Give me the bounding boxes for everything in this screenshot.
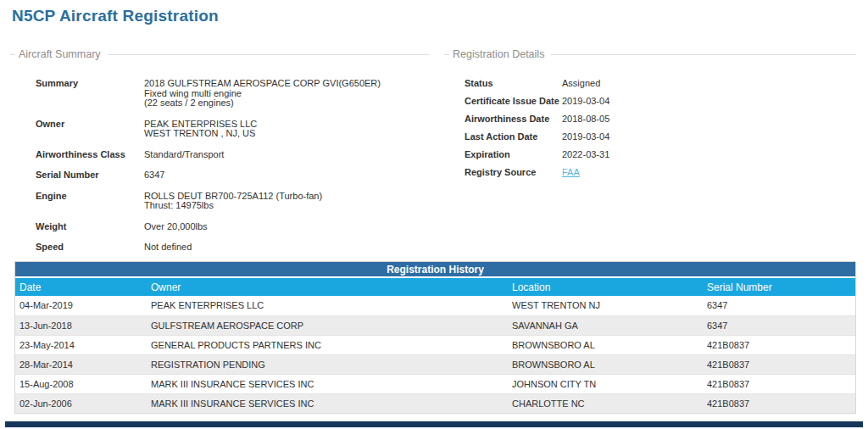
table-cell: REGISTRATION PENDING bbox=[147, 354, 508, 374]
field-value: PEAK ENTERPRISES LLCWEST TRENTON , NJ, U… bbox=[144, 120, 257, 139]
table-cell: 02-Jun-2006 bbox=[15, 393, 147, 413]
field-value: Standard/Transport bbox=[144, 150, 224, 160]
aircraft-summary-legend-row: Aircraft Summary bbox=[10, 48, 429, 60]
summary-field-row: Serial Number6347 bbox=[36, 170, 429, 181]
footer-bar bbox=[5, 421, 863, 427]
field-label: Engine bbox=[36, 192, 144, 211]
table-cell: 6347 bbox=[703, 296, 855, 315]
field-label: Summary bbox=[36, 79, 144, 109]
table-header-row: Date Owner Location Serial Number bbox=[15, 278, 855, 296]
table-cell: SAVANNAH GA bbox=[508, 315, 703, 335]
field-label: Serial Number bbox=[36, 170, 144, 181]
table-cell: GULFSTREAM AEROSPACE CORP bbox=[147, 315, 508, 335]
registration-details-section: Registration Details StatusAssignedCerti… bbox=[444, 48, 856, 284]
field-label: Airworthiness Date bbox=[465, 114, 562, 125]
table-cell: 421B0837 bbox=[703, 335, 855, 354]
field-value: 2018-08-05 bbox=[562, 114, 609, 125]
summary-field-row: EngineROLLS DEUT BR700-725A112 (Turbo-fa… bbox=[36, 192, 429, 211]
field-value: Not defined bbox=[144, 242, 192, 253]
detail-panels: Aircraft Summary Summary2018 GULFSTREAM … bbox=[10, 48, 856, 284]
column-header-owner: Owner bbox=[147, 278, 508, 296]
field-label: Speed bbox=[36, 242, 144, 253]
field-value: 2022-03-31 bbox=[562, 150, 609, 160]
table-cell: 421B0837 bbox=[703, 374, 855, 393]
field-value: Over 20,000lbs bbox=[144, 222, 208, 232]
field-value-line: (22 seats / 2 engines) bbox=[144, 98, 381, 109]
column-header-serial-number: Serial Number bbox=[703, 278, 855, 296]
table-cell: 421B0837 bbox=[703, 354, 855, 374]
field-value-line: 2018 GULFSTREAM AEROSPACE CORP GVI(G650E… bbox=[144, 79, 381, 89]
details-field-row: StatusAssigned bbox=[465, 79, 856, 89]
table-row: 23-May-2014GENERAL PRODUCTS PARTNERS INC… bbox=[15, 335, 855, 354]
table-row: 04-Mar-2019PEAK ENTERPRISES LLCWEST TREN… bbox=[15, 296, 855, 315]
registration-history-table: Registration History Date Owner Location… bbox=[14, 261, 856, 414]
field-label: Registry Source bbox=[465, 168, 562, 178]
page-title: N5CP Aircraft Registration bbox=[12, 7, 219, 25]
details-field-row: Expiration2022-03-31 bbox=[465, 150, 856, 160]
aircraft-summary-legend: Aircraft Summary bbox=[17, 48, 108, 60]
field-value-line: 6347 bbox=[144, 170, 164, 181]
field-value-line: Thrust: 14975lbs bbox=[144, 201, 322, 211]
legend-divider-line bbox=[551, 54, 856, 55]
registration-details-legend: Registration Details bbox=[451, 48, 551, 60]
field-value: Assigned bbox=[562, 79, 600, 89]
history-table: Date Owner Location Serial Number 04-Mar… bbox=[15, 278, 855, 413]
table-cell: CHARLOTTE NC bbox=[508, 393, 703, 413]
field-value-line: WEST TRENTON , NJ, US bbox=[144, 129, 257, 139]
legend-divider-line bbox=[108, 54, 429, 55]
table-cell: 15-Aug-2008 bbox=[15, 374, 147, 393]
field-value-line: Not defined bbox=[144, 242, 192, 253]
table-cell: BROWNSBORO AL bbox=[508, 354, 703, 374]
summary-field-row: Airworthiness ClassStandard/Transport bbox=[36, 150, 429, 160]
table-cell: GENERAL PRODUCTS PARTNERS INC bbox=[147, 335, 508, 354]
field-label: Last Action Date bbox=[465, 132, 562, 142]
details-field-row: Certificate Issue Date2019-03-04 bbox=[465, 97, 856, 107]
table-cell: MARK III INSURANCE SERVICES INC bbox=[147, 393, 508, 413]
field-label: Expiration bbox=[465, 150, 562, 160]
details-field-row: Airworthiness Date2018-08-05 bbox=[465, 114, 856, 125]
table-row: 28-Mar-2014REGISTRATION PENDINGBROWNSBOR… bbox=[15, 354, 855, 374]
field-value: 6347 bbox=[144, 170, 164, 181]
summary-field-row: Summary2018 GULFSTREAM AEROSPACE CORP GV… bbox=[36, 79, 429, 109]
field-label: Airworthiness Class bbox=[36, 150, 144, 160]
field-value-line: Standard/Transport bbox=[144, 150, 224, 160]
table-row: 15-Aug-2008MARK III INSURANCE SERVICES I… bbox=[15, 374, 855, 393]
field-value: 2019-03-04 bbox=[562, 97, 609, 107]
details-field-row: Last Action Date2019-03-04 bbox=[465, 132, 856, 142]
details-field-row: Registry SourceFAA bbox=[465, 168, 856, 178]
registration-details-fields: StatusAssignedCertificate Issue Date2019… bbox=[444, 60, 856, 178]
field-value: 2019-03-04 bbox=[562, 132, 609, 142]
table-cell: 28-Mar-2014 bbox=[15, 354, 147, 374]
field-label: Owner bbox=[36, 120, 144, 139]
page: N5CP Aircraft Registration Aircraft Summ… bbox=[0, 0, 868, 429]
table-cell: 23-May-2014 bbox=[15, 335, 147, 354]
field-value: 2018 GULFSTREAM AEROSPACE CORP GVI(G650E… bbox=[144, 79, 381, 109]
summary-field-row: SpeedNot defined bbox=[36, 242, 429, 253]
field-value: FAA bbox=[562, 168, 580, 178]
table-cell: WEST TRENTON NJ bbox=[508, 296, 703, 315]
registry-source-link[interactable]: FAA bbox=[562, 167, 580, 177]
table-cell: BROWNSBORO AL bbox=[508, 335, 703, 354]
column-header-date: Date bbox=[15, 278, 147, 296]
table-cell: PEAK ENTERPRISES LLC bbox=[147, 296, 508, 315]
registration-details-legend-row: Registration Details bbox=[444, 48, 856, 60]
field-value: ROLLS DEUT BR700-725A112 (Turbo-fan)Thru… bbox=[144, 192, 322, 211]
table-cell: 13-Jun-2018 bbox=[15, 315, 147, 335]
field-value-line: Over 20,000lbs bbox=[144, 222, 208, 232]
table-row: 02-Jun-2006MARK III INSURANCE SERVICES I… bbox=[15, 393, 855, 413]
column-header-location: Location bbox=[508, 278, 703, 296]
table-cell: 6347 bbox=[703, 315, 855, 335]
table-cell: MARK III INSURANCE SERVICES INC bbox=[147, 374, 508, 393]
field-label: Status bbox=[465, 79, 562, 89]
aircraft-summary-fields: Summary2018 GULFSTREAM AEROSPACE CORP GV… bbox=[10, 60, 429, 273]
table-row: 13-Jun-2018GULFSTREAM AEROSPACE CORPSAVA… bbox=[15, 315, 855, 335]
summary-field-row: OwnerPEAK ENTERPRISES LLCWEST TRENTON , … bbox=[36, 120, 429, 139]
field-label: Weight bbox=[36, 222, 144, 232]
aircraft-summary-section: Aircraft Summary Summary2018 GULFSTREAM … bbox=[10, 48, 429, 284]
field-label: Certificate Issue Date bbox=[465, 97, 562, 107]
table-cell: 421B0837 bbox=[703, 393, 855, 413]
table-cell: JOHNSON CITY TN bbox=[508, 374, 703, 393]
table-cell: 04-Mar-2019 bbox=[15, 296, 147, 315]
registration-history-title: Registration History bbox=[15, 262, 855, 278]
summary-field-row: WeightOver 20,000lbs bbox=[36, 222, 429, 232]
